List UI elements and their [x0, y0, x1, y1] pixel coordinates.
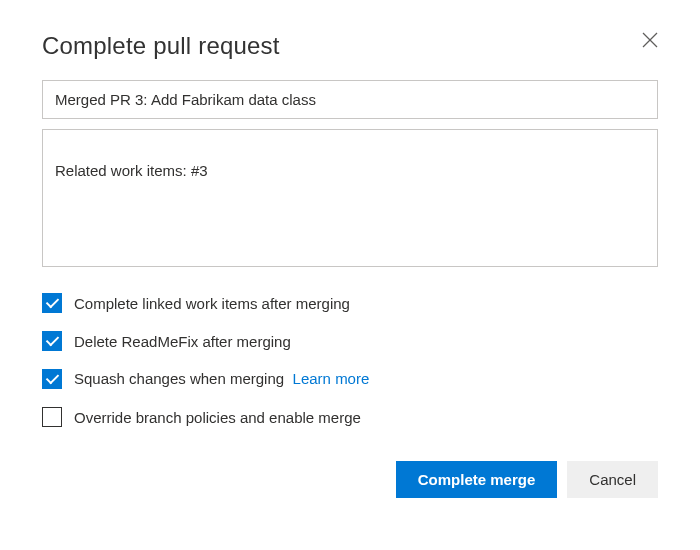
- checkbox-override-policies[interactable]: [42, 407, 62, 427]
- merge-options: Complete linked work items after merging…: [42, 293, 658, 427]
- learn-more-link[interactable]: Learn more: [293, 370, 370, 387]
- label-complete-work-items[interactable]: Complete linked work items after merging: [74, 295, 350, 312]
- checkbox-delete-branch[interactable]: [42, 331, 62, 351]
- complete-pr-dialog: Complete pull request Related work items…: [10, 8, 690, 518]
- option-complete-work-items: Complete linked work items after merging: [42, 293, 658, 313]
- option-squash: Squash changes when merging Learn more: [42, 369, 658, 389]
- checkbox-squash[interactable]: [42, 369, 62, 389]
- label-squash[interactable]: Squash changes when merging: [74, 370, 284, 387]
- dialog-title: Complete pull request: [42, 32, 280, 60]
- label-squash-wrapper: Squash changes when merging Learn more: [74, 370, 369, 388]
- checkbox-complete-work-items[interactable]: [42, 293, 62, 313]
- label-override-policies[interactable]: Override branch policies and enable merg…: [74, 409, 361, 426]
- label-delete-branch[interactable]: Delete ReadMeFix after merging: [74, 333, 291, 350]
- complete-merge-button[interactable]: Complete merge: [396, 461, 558, 498]
- close-button[interactable]: [638, 28, 662, 52]
- cancel-button[interactable]: Cancel: [567, 461, 658, 498]
- option-delete-branch: Delete ReadMeFix after merging: [42, 331, 658, 351]
- commit-title-input[interactable]: [42, 80, 658, 119]
- option-override-policies: Override branch policies and enable merg…: [42, 407, 658, 427]
- dialog-header: Complete pull request: [10, 8, 690, 80]
- close-icon: [642, 32, 658, 48]
- dialog-body: Related work items: #3 Complete linked w…: [10, 80, 690, 427]
- commit-description-input[interactable]: Related work items: #3: [42, 129, 658, 267]
- dialog-footer: Complete merge Cancel: [10, 445, 690, 510]
